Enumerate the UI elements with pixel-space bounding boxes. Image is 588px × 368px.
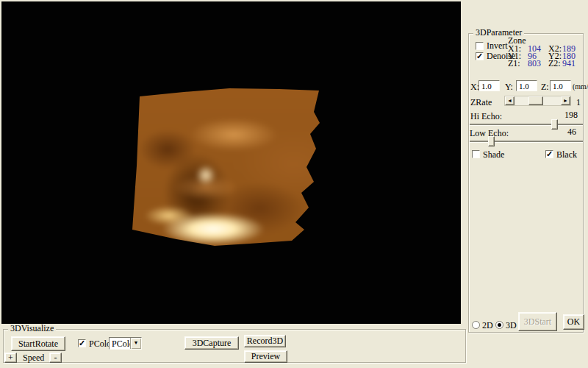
mode-3d-label: 3D: [506, 321, 517, 330]
scroll-right-icon[interactable]: ►: [561, 96, 570, 105]
record3d-button[interactable]: Record3D: [244, 335, 286, 347]
pcolor-checkbox[interactable]: ✓: [78, 339, 86, 347]
low-echo-value: 46: [567, 127, 576, 136]
low-echo-slider-track[interactable]: [470, 141, 583, 142]
zone-z1-value: 803: [528, 59, 541, 68]
ultrasound-volume-image: [132, 85, 320, 248]
render-viewport[interactable]: [1, 1, 461, 324]
ok-button[interactable]: OK: [563, 314, 584, 330]
capture3d-button[interactable]: 3DCapture: [184, 336, 239, 350]
hi-echo-slider-thumb[interactable]: [551, 119, 558, 130]
speed-label: Speed: [23, 353, 44, 362]
zrate-label: ZRate: [470, 98, 492, 107]
app-window: { "colors": { "panel_bg": "#ece9d8", "vi…: [0, 0, 588, 368]
checkmark-icon: ✓: [476, 53, 483, 60]
checkmark-icon: ✓: [79, 340, 85, 347]
shade-checkbox[interactable]: ✓: [472, 150, 480, 158]
scale-z-input[interactable]: 1.0: [550, 80, 571, 91]
zone-z1-label: Z1:: [508, 59, 520, 68]
dropdown-arrow-icon[interactable]: ▼: [130, 338, 141, 349]
mode-3d-radio[interactable]: [495, 321, 503, 329]
parameter-groupbox: 3DParameter ✓ Invert ✓ Denoise Zone X1: …: [468, 33, 584, 333]
scale-x-input[interactable]: 1.0: [478, 80, 500, 91]
denoise-checkbox[interactable]: ✓: [476, 52, 484, 60]
visualize-groupbox: 3DVisualize StartRotate + Speed - ✓ PCol…: [3, 329, 466, 363]
zrate-scrollbar[interactable]: ◄ ►: [504, 96, 571, 106]
scale-y-input[interactable]: 1.0: [516, 80, 537, 91]
radio-dot: [498, 323, 501, 327]
ultrasound-texture: [123, 76, 329, 257]
black-checkbox[interactable]: ✓: [545, 150, 553, 158]
shade-label: Shade: [483, 150, 504, 159]
zrate-scrollbar-thumb[interactable]: [528, 96, 543, 105]
scroll-left-icon[interactable]: ◄: [505, 96, 514, 105]
hi-echo-slider-track[interactable]: [470, 124, 583, 125]
mode-2d-label: 2D: [482, 321, 493, 330]
start-rotate-button[interactable]: StartRotate: [11, 336, 65, 351]
black-label: Black: [556, 150, 577, 159]
scale-z-label: Z:: [541, 82, 549, 91]
zrate-value: 1: [576, 98, 581, 107]
start3d-button[interactable]: 3DStart: [518, 312, 557, 331]
zone-z2-value: 941: [562, 59, 576, 68]
mode-2d-radio[interactable]: [472, 321, 480, 329]
pcolor-dropdown[interactable]: PColor ▼: [109, 337, 142, 350]
zone-z2-label: Z2:: [548, 59, 561, 68]
visualize-groupbox-title: 3DVisualize: [8, 324, 56, 333]
speed-plus-button[interactable]: +: [4, 353, 17, 363]
scale-unit-label: (mm/p): [573, 82, 588, 91]
hi-echo-label: Hi Echo:: [470, 112, 502, 121]
invert-label: Invert: [487, 41, 508, 50]
preview-button[interactable]: Preview: [244, 350, 287, 363]
hi-echo-value: 198: [564, 110, 578, 119]
low-echo-slider-thumb[interactable]: [488, 136, 495, 146]
speed-minus-button[interactable]: -: [49, 353, 62, 363]
checkmark-icon: ✓: [546, 151, 553, 158]
scale-y-label: Y:: [505, 82, 513, 91]
invert-checkbox[interactable]: ✓: [476, 42, 484, 50]
